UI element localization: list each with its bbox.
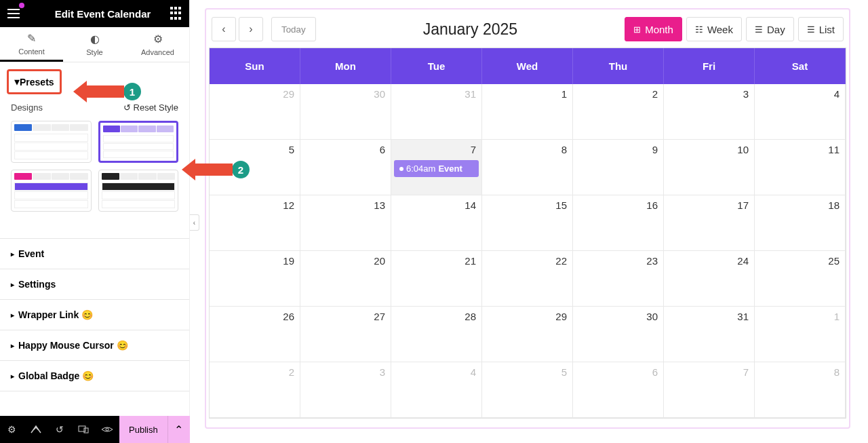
date-number: 31 <box>465 88 476 100</box>
settings-icon[interactable]: ⚙ <box>0 416 24 443</box>
calendar-cell[interactable]: 7 <box>664 362 755 418</box>
calendar-cell[interactable]: 16 <box>573 195 664 251</box>
design-preset-1[interactable] <box>11 121 92 163</box>
caret-right-icon: ▸ <box>11 342 14 349</box>
calendar-cell[interactable]: 25 <box>755 251 846 307</box>
calendar-cell[interactable]: 6 <box>300 140 391 195</box>
happy-icon: 😊 <box>81 309 93 320</box>
date-number: 7 <box>471 144 476 155</box>
calendar-cell[interactable]: 30 <box>300 84 391 140</box>
panel-header: Edit Event Calendar <box>0 0 189 27</box>
date-number: 24 <box>737 255 749 267</box>
calendar-cell[interactable]: 9 <box>573 140 664 195</box>
section-settings[interactable]: ▸Settings <box>0 269 189 299</box>
calendar-cell[interactable]: 10 <box>664 140 755 195</box>
tab-style[interactable]: ◐ Style <box>63 27 126 62</box>
history-icon[interactable]: ↺ <box>47 416 71 443</box>
calendar-cell[interactable]: 4 <box>755 84 846 140</box>
chevron-right-icon: › <box>249 23 252 35</box>
calendar-cell[interactable]: 13 <box>300 195 391 251</box>
section-label: Wrapper Link <box>18 309 79 320</box>
collapse-panel-handle[interactable]: ‹ <box>190 214 199 231</box>
date-number: 27 <box>374 311 385 322</box>
calendar-cell[interactable]: 19 <box>210 251 300 307</box>
calendar-cell[interactable]: 6 <box>573 362 664 418</box>
date-number: 4 <box>471 366 476 378</box>
calendar-cell[interactable]: 26 <box>210 307 300 362</box>
design-preset-4[interactable] <box>98 170 179 212</box>
date-number: 13 <box>374 199 385 211</box>
calendar-cell[interactable]: 28 <box>391 307 482 362</box>
section-event[interactable]: ▸Event <box>0 239 189 269</box>
calendar-cell[interactable]: 29 <box>482 307 573 362</box>
navigator-icon[interactable] <box>24 416 47 443</box>
today-button[interactable]: Today <box>271 17 316 41</box>
calendar-cell[interactable]: 8 <box>482 140 573 195</box>
calendar-cell[interactable]: 11 <box>755 140 846 195</box>
calendar-cell[interactable]: 12 <box>210 195 300 251</box>
day-header: Sat <box>755 48 846 84</box>
tab-label: Style <box>86 48 102 56</box>
design-preset-2[interactable] <box>98 121 179 163</box>
tab-label: Content <box>18 47 45 56</box>
date-number: 23 <box>646 255 658 267</box>
preview-icon[interactable] <box>96 416 119 443</box>
event-pill[interactable]: 6:04am Event <box>394 160 479 177</box>
next-button[interactable]: › <box>239 17 263 41</box>
view-label: List <box>819 24 835 35</box>
date-number: 1 <box>561 88 567 100</box>
calendar-cell[interactable]: 3 <box>664 84 755 140</box>
calendar-cell[interactable]: 76:04am Event <box>391 140 482 195</box>
design-preset-3[interactable] <box>11 170 92 212</box>
section-label: Event <box>18 248 44 259</box>
calendar-cell[interactable]: 27 <box>300 307 391 362</box>
calendar-cell[interactable]: 4 <box>391 362 482 418</box>
responsive-icon[interactable] <box>72 416 96 443</box>
calendar-cell[interactable]: 31 <box>664 307 755 362</box>
section-wrapper-link[interactable]: ▸Wrapper Link😊 <box>0 300 189 330</box>
tab-advanced[interactable]: ⚙ Advanced <box>126 27 189 62</box>
calendar-cell[interactable]: 3 <box>300 362 391 418</box>
reset-style-button[interactable]: ↺ Reset Style <box>123 102 178 113</box>
tab-content[interactable]: ✎ Content <box>0 27 63 62</box>
calendar-cell[interactable]: 21 <box>391 251 482 307</box>
prev-button[interactable]: ‹ <box>212 17 236 41</box>
calendar-cell[interactable]: 15 <box>482 195 573 251</box>
calendar-cell[interactable]: 23 <box>573 251 664 307</box>
calendar-cell[interactable]: 1 <box>755 307 846 362</box>
calendar-cell[interactable]: 24 <box>664 251 755 307</box>
calendar-cell[interactable]: 20 <box>300 251 391 307</box>
calendar-toolbar: ‹ › Today January 2025 ⊞Month ☷Week ☰Day… <box>209 12 846 46</box>
section-label: Global Badge <box>18 370 79 381</box>
calendar-cell[interactable]: 31 <box>391 84 482 140</box>
calendar-cell[interactable]: 8 <box>755 362 846 418</box>
section-presets[interactable]: ▾ Presets <box>7 69 62 94</box>
calendar-cell[interactable]: 30 <box>573 307 664 362</box>
calendar-cell[interactable]: 1 <box>482 84 573 140</box>
publish-button[interactable]: Publish <box>119 416 167 443</box>
date-number: 22 <box>555 255 567 267</box>
calendar-cell[interactable]: 18 <box>755 195 846 251</box>
section-label: Settings <box>18 279 56 290</box>
view-week-button[interactable]: ☷Week <box>686 17 742 41</box>
date-number: 29 <box>283 88 294 100</box>
calendar-cell[interactable]: 14 <box>391 195 482 251</box>
calendar-cell[interactable]: 5 <box>482 362 573 418</box>
publish-options[interactable]: ⌃ <box>167 416 190 443</box>
date-number: 9 <box>652 144 658 155</box>
calendar-cell[interactable]: 29 <box>210 84 300 140</box>
calendar-cell[interactable]: 2 <box>210 362 300 418</box>
view-day-button[interactable]: ☰Day <box>746 17 794 41</box>
calendar-cell[interactable]: 22 <box>482 251 573 307</box>
happy-icon: 😊 <box>117 340 128 351</box>
calendar-cell[interactable]: 17 <box>664 195 755 251</box>
menu-icon[interactable] <box>5 5 22 22</box>
view-list-button[interactable]: ☰List <box>798 17 844 41</box>
apps-icon[interactable] <box>170 7 184 20</box>
calendar-cell[interactable]: 2 <box>573 84 664 140</box>
view-month-button[interactable]: ⊞Month <box>625 17 682 41</box>
editor-panel: Edit Event Calendar ✎ Content ◐ Style ⚙ … <box>0 0 190 416</box>
section-mouse-cursor[interactable]: ▸Happy Mouse Cursor😊 <box>0 330 189 360</box>
date-number: 4 <box>834 88 840 100</box>
section-global-badge[interactable]: ▸Global Badge😊 <box>0 361 189 391</box>
